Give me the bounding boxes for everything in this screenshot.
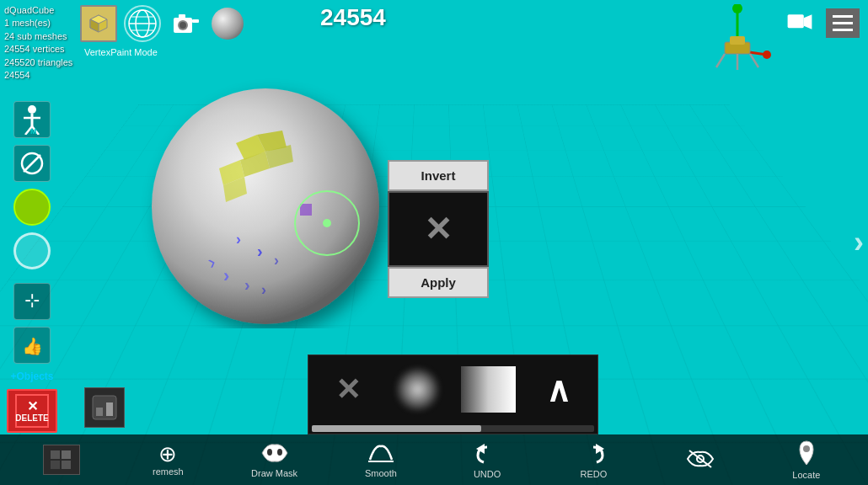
cube-icon-btn[interactable] <box>80 5 117 42</box>
svg-rect-49 <box>62 450 71 459</box>
mesh-count: 1 mesh(es) <box>4 17 72 29</box>
svg-rect-13 <box>788 14 804 28</box>
undo-icon <box>473 440 501 467</box>
brush-icons-row: ✕ ∧ <box>308 355 597 424</box>
invert-btn[interactable]: Invert <box>388 160 489 191</box>
delete-btn[interactable]: ✕ DELETE <box>7 389 57 433</box>
camera-btn[interactable] <box>168 5 205 42</box>
3d-model-area: › › › › › › › <box>135 76 396 332</box>
locate-btn[interactable]: Locate <box>781 440 832 480</box>
thumbs-up-icon: 👍 <box>20 333 44 357</box>
chevron-brush-icon: ∧ <box>546 370 571 409</box>
brush-progress-fill <box>312 425 481 432</box>
svg-rect-50 <box>51 461 60 469</box>
svg-rect-35 <box>96 408 103 416</box>
svg-text:M: M <box>30 127 37 135</box>
remesh-btn[interactable]: ⊕ remesh <box>142 443 193 477</box>
apply-btn[interactable]: Apply <box>388 267 489 298</box>
redo-label: REDO <box>580 469 607 479</box>
like-btn[interactable]: 👍 <box>13 327 51 364</box>
svg-rect-48 <box>51 450 60 459</box>
vertices: 24554 vertices <box>4 43 72 56</box>
svg-line-21 <box>716 54 725 67</box>
hamburger-menu-btn[interactable] <box>826 8 860 38</box>
info-panel: dQuadCube 1 mesh(es) 24 sub meshes 24554… <box>4 4 72 82</box>
no-tool-btn[interactable] <box>13 145 51 182</box>
svg-point-53 <box>277 449 282 456</box>
thumbnail-icon-box <box>43 445 80 475</box>
bottom-nav-bar: ⊕ remesh Draw Mask Smooth <box>0 434 868 485</box>
left-toolbar: M ⊹ 👍 +Objects <box>7 101 57 433</box>
hide-icon <box>686 447 715 472</box>
thumbnail-preview[interactable] <box>84 387 125 428</box>
x-brush-btn[interactable]: ✕ <box>319 360 378 419</box>
draw-mask-btn[interactable]: Draw Mask <box>249 441 300 478</box>
sub-meshes: 24 sub meshes <box>4 30 72 43</box>
undo-btn[interactable]: UNDO <box>462 440 512 479</box>
gizmo-svg <box>699 4 775 80</box>
smoke-brush-btn[interactable] <box>388 360 447 419</box>
vertex-count-display: 24554 <box>320 4 386 31</box>
locate-label: Locate <box>792 470 820 480</box>
svg-line-31 <box>24 155 40 172</box>
gradient-brush-btn[interactable] <box>458 360 517 419</box>
hamburger-line <box>833 29 853 31</box>
svg-rect-45 <box>300 204 312 216</box>
hamburger-line <box>833 22 853 24</box>
thumbnail-icon <box>89 392 120 423</box>
grid-thumb-icon <box>49 449 74 471</box>
id: 24554 <box>4 69 72 82</box>
figure-tool-btn[interactable]: M <box>13 101 51 138</box>
redo-btn[interactable]: REDO <box>568 440 619 479</box>
svg-point-58 <box>803 445 810 452</box>
video-camera-btn[interactable] <box>786 10 813 37</box>
hamburger-line <box>833 15 853 18</box>
video-camera-icon <box>786 10 813 34</box>
smooth-btn[interactable]: Smooth <box>356 441 406 478</box>
locate-icon <box>795 440 818 468</box>
hide-btn[interactable] <box>675 447 726 472</box>
svg-rect-36 <box>106 402 113 416</box>
svg-text:›: › <box>223 265 229 286</box>
move-tool-btn[interactable]: ⊹ <box>13 283 51 320</box>
figure-icon: M <box>20 104 44 135</box>
viewport: dQuadCube 1 mesh(es) 24 sub meshes 24554… <box>0 0 868 485</box>
white-ring-btn[interactable] <box>13 232 51 269</box>
svg-point-52 <box>267 449 272 456</box>
svg-text:›: › <box>261 281 266 298</box>
x-brush-icon: ✕ <box>335 372 361 408</box>
object-name: dQuadCube <box>4 4 72 17</box>
undo-label: UNDO <box>474 469 501 479</box>
x-icon: ✕ <box>424 212 453 246</box>
brush-preview-box: ✕ <box>388 191 489 267</box>
svg-text:›: › <box>244 275 250 294</box>
add-objects-btn[interactable]: +Objects <box>10 370 53 382</box>
draw-mask-label: Draw Mask <box>251 468 297 478</box>
brush-popup: Invert ✕ Apply <box>388 160 489 298</box>
svg-point-18 <box>763 51 771 59</box>
svg-marker-14 <box>804 14 812 29</box>
globe-btn[interactable] <box>124 5 161 42</box>
svg-line-22 <box>750 54 758 67</box>
svg-point-47 <box>323 219 331 227</box>
redo-icon <box>579 440 608 467</box>
svg-point-24 <box>28 105 36 114</box>
top-toolbar <box>80 5 244 42</box>
smooth-icon <box>367 441 395 466</box>
svg-text:👍: 👍 <box>22 336 43 356</box>
orientation-gizmo <box>699 4 775 80</box>
green-dot-btn[interactable] <box>13 189 51 226</box>
head-model-svg: › › › › › › › <box>135 76 396 328</box>
bottom-thumbnail-item[interactable] <box>36 445 87 475</box>
sphere-thumbnail[interactable] <box>212 8 244 40</box>
svg-rect-20 <box>730 36 745 45</box>
slash-icon <box>20 152 44 175</box>
brush-progress-bar[interactable] <box>312 425 594 432</box>
next-btn[interactable]: › <box>854 225 864 260</box>
svg-text:⊹: ⊹ <box>24 290 40 311</box>
svg-point-10 <box>179 22 186 29</box>
chevron-brush-btn[interactable]: ∧ <box>528 360 587 419</box>
globe-icon <box>126 8 158 40</box>
draw-mask-icon <box>260 441 289 466</box>
svg-rect-51 <box>62 461 71 469</box>
